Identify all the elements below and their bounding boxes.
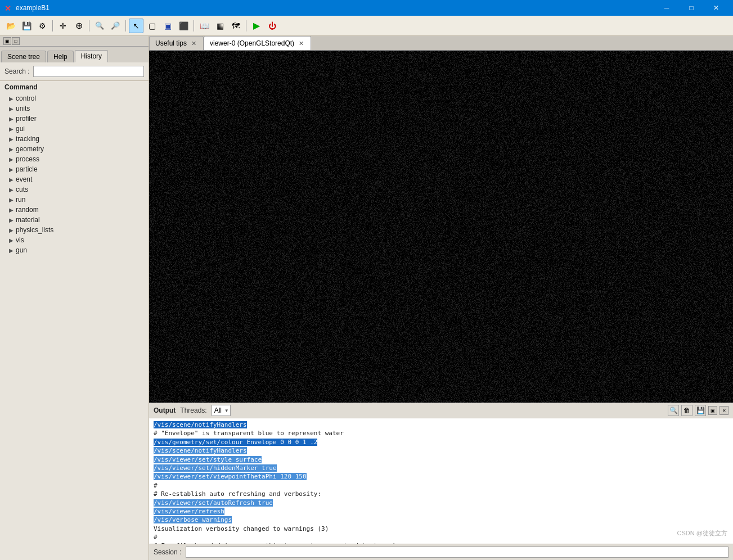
tab-useful-tips[interactable]: Useful tips ✕ xyxy=(149,36,204,50)
book-button[interactable]: 📖 xyxy=(197,19,212,33)
minimize-button[interactable]: ─ xyxy=(654,0,679,16)
output-line: /vis/scene/notifyHandlers xyxy=(154,421,728,429)
tree-item-vis[interactable]: ▶ vis xyxy=(0,235,149,245)
output-line: /vis/viewer/set/autoRefresh true xyxy=(154,499,728,507)
output-header-right: 🔍 🗑 💾 ▣ ✕ xyxy=(668,405,728,416)
session-input[interactable] xyxy=(186,547,728,558)
output-line: /vis/viewer/set/hiddenMarker true xyxy=(154,464,728,472)
arrow-icon: ▶ xyxy=(9,126,14,132)
save-button[interactable]: 💾 xyxy=(19,19,34,33)
arrow-icon: ▶ xyxy=(9,136,14,142)
arrow-icon: ▶ xyxy=(9,197,14,203)
tab-history[interactable]: History xyxy=(75,50,108,62)
zoom-out-button[interactable]: 🔍 xyxy=(92,19,107,33)
search-bar: Search : xyxy=(0,62,149,81)
toolbar-separator-3 xyxy=(125,20,126,31)
tab-viewer-label: viewer-0 (OpenGLStoredQt) xyxy=(210,39,294,47)
tree-item-run[interactable]: ▶ run xyxy=(0,195,149,205)
select-mode-button[interactable]: ↖ xyxy=(129,19,143,33)
output-header-left: Output Threads: All 0 1 2 xyxy=(154,405,231,416)
tab-viewer[interactable]: viewer-0 (OpenGLStoredQt) ✕ xyxy=(204,36,311,50)
panel-expand-icon[interactable]: □ xyxy=(12,37,20,45)
app-icon: ✕ xyxy=(5,4,12,12)
session-bar: Session : xyxy=(149,544,733,560)
tree-item-particle[interactable]: ▶ particle xyxy=(0,164,149,174)
tree-item-event[interactable]: ▶ event xyxy=(0,174,149,184)
arrow-icon: ▶ xyxy=(9,207,14,213)
tree-item-gui[interactable]: ▶ gui xyxy=(0,124,149,134)
tree-item-process[interactable]: ▶ process xyxy=(0,154,149,164)
tab-bar: Useful tips ✕ viewer-0 (OpenGLStoredQt) … xyxy=(149,36,733,51)
target-button[interactable]: ⊕ xyxy=(71,19,86,33)
arrow-icon: ▶ xyxy=(9,146,14,152)
view-area[interactable] xyxy=(149,51,733,403)
output-line: /vis/viewer/set/viewpointThetaPhi 120 15… xyxy=(154,472,728,481)
tree-item-profiler[interactable]: ▶ profiler xyxy=(0,114,149,124)
cube-fill-button[interactable]: ▣ xyxy=(160,19,175,33)
output-save-button[interactable]: 💾 xyxy=(695,405,706,416)
threads-select[interactable]: All 0 1 2 xyxy=(212,405,231,416)
panel-button[interactable]: ▦ xyxy=(213,19,227,33)
command-section-header: Command xyxy=(0,81,149,93)
toolbar-separator-5 xyxy=(246,20,246,31)
play-button[interactable]: ▶ xyxy=(249,19,264,33)
tree-item-physics-lists[interactable]: ▶ physics_lists xyxy=(0,225,149,235)
cube2-fill-button[interactable]: ⬛ xyxy=(176,19,191,33)
tree-item-control[interactable]: ▶ control xyxy=(0,93,149,103)
output-line: /vis/verbose warnings xyxy=(154,516,728,524)
threads-label: Threads: xyxy=(180,407,206,414)
output-line: Visualization verbosity changed to warni… xyxy=(154,525,728,533)
arrow-icon: ▶ xyxy=(9,156,14,162)
output-search-button[interactable]: 🔍 xyxy=(668,405,679,416)
tree-item-units[interactable]: ▶ units xyxy=(0,103,149,114)
arrow-icon: ▶ xyxy=(9,116,14,122)
output-expand-icon[interactable]: ▣ xyxy=(708,406,717,415)
panel-collapse-icon[interactable]: ▣ xyxy=(3,37,11,45)
tree-item-tracking[interactable]: ▶ tracking xyxy=(0,134,149,144)
arrow-icon: ▶ xyxy=(9,187,14,193)
output-panel: Output Threads: All 0 1 2 🔍 🗑 💾 xyxy=(149,403,733,560)
output-line: # "Envelope" is transparent blue to repr… xyxy=(154,429,728,437)
close-button[interactable]: ✕ xyxy=(704,0,728,16)
output-line: /vis/viewer/refresh xyxy=(154,507,728,516)
tab-useful-tips-close[interactable]: ✕ xyxy=(190,39,197,47)
settings-button[interactable]: ⚙ xyxy=(35,19,50,33)
threads-select-wrap: All 0 1 2 xyxy=(212,405,231,416)
cube-outline-button[interactable]: ▢ xyxy=(145,19,159,33)
output-title: Output xyxy=(154,407,176,414)
tree-item-cuts[interactable]: ▶ cuts xyxy=(0,184,149,195)
map-button[interactable]: 🗺 xyxy=(228,19,243,33)
tree-item-geometry[interactable]: ▶ geometry xyxy=(0,144,149,154)
tree-item-gun[interactable]: ▶ gun xyxy=(0,245,149,255)
main-layout: ▣ □ Scene tree Help History Search : Com… xyxy=(0,36,733,560)
output-line: /vis/geometry/set/colour Envelope 0 0 0 … xyxy=(154,438,728,446)
arrow-icon: ▶ xyxy=(9,177,14,183)
tree-item-material[interactable]: ▶ material xyxy=(0,215,149,225)
title-bar: ✕ exampleB1 ─ □ ✕ xyxy=(0,0,733,16)
tab-useful-tips-label: Useful tips xyxy=(155,39,187,47)
search-input[interactable] xyxy=(33,66,144,77)
tab-viewer-close[interactable]: ✕ xyxy=(297,39,305,47)
3d-viewport-canvas[interactable] xyxy=(149,51,733,403)
title-bar-left: ✕ exampleB1 xyxy=(5,4,50,12)
toolbar-separator-4 xyxy=(194,20,194,31)
maximize-button[interactable]: □ xyxy=(679,0,704,16)
output-line: # xyxy=(154,533,728,541)
open-button[interactable]: 📂 xyxy=(3,19,18,33)
tab-scene-tree[interactable]: Scene tree xyxy=(1,51,46,62)
output-collapse-icon[interactable]: ✕ xyxy=(719,406,728,415)
right-panel: Useful tips ✕ viewer-0 (OpenGLStoredQt) … xyxy=(149,36,733,560)
session-label: Session : xyxy=(154,548,181,556)
zoom-in-button[interactable]: 🔎 xyxy=(108,19,123,33)
tree-item-random[interactable]: ▶ random xyxy=(0,205,149,215)
search-label: Search : xyxy=(5,67,30,75)
tab-help[interactable]: Help xyxy=(47,51,74,62)
power-button[interactable]: ⏻ xyxy=(265,19,280,33)
arrow-icon: ▶ xyxy=(9,227,14,233)
output-line: /vis/viewer/set/style surface xyxy=(154,455,728,464)
output-header: Output Threads: All 0 1 2 🔍 🗑 💾 xyxy=(149,403,733,418)
output-content[interactable]: /vis/scene/notifyHandlers # "Envelope" i… xyxy=(149,418,733,544)
output-clear-button[interactable]: 🗑 xyxy=(681,405,692,416)
crosshair-button[interactable]: ✛ xyxy=(56,19,70,33)
app-title: exampleB1 xyxy=(16,4,50,12)
